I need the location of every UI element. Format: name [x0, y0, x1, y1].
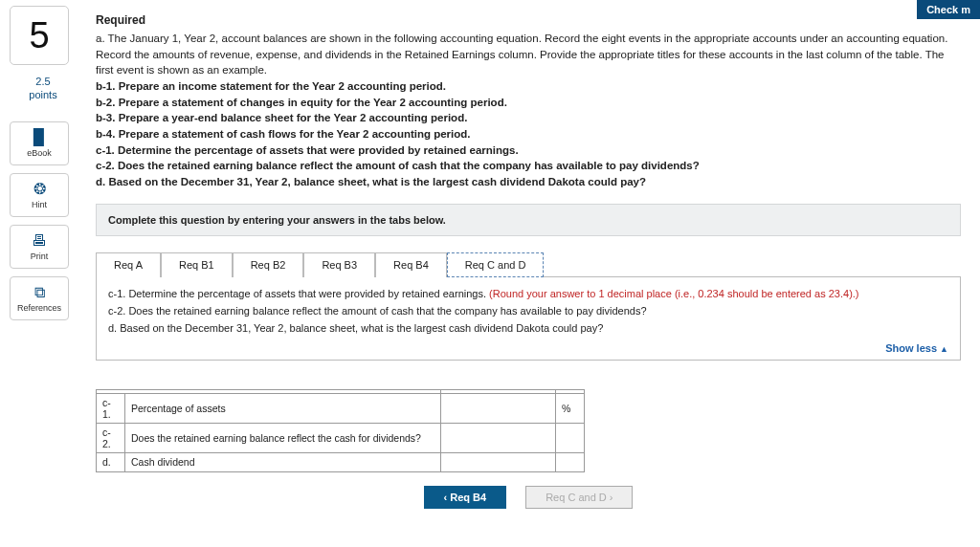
- row-unit: [556, 452, 585, 471]
- tabs-instruction: Complete this question by entering your …: [96, 204, 961, 236]
- row-label: Cash dividend: [125, 452, 441, 471]
- show-less-toggle[interactable]: Show less ▲: [108, 342, 948, 354]
- question-number: 5: [10, 6, 69, 65]
- row-key: d.: [97, 452, 125, 471]
- req-b3: b-3. Prepare a year-end balance sheet fo…: [96, 112, 467, 123]
- points-display: 2.5 points: [10, 75, 77, 102]
- table-row: c-1. Percentage of assets %: [97, 393, 585, 423]
- ebook-button[interactable]: ▉ eBook: [10, 121, 69, 165]
- prev-tab-button[interactable]: Req B4: [424, 486, 507, 509]
- points-value: 2.5: [10, 75, 77, 88]
- hint-button[interactable]: ❂ Hint: [10, 173, 69, 217]
- table-row: c-2. Does the retained earning balance r…: [97, 423, 585, 452]
- row-unit: %: [556, 393, 585, 423]
- tab-panel: c-1. Determine the percentage of assets …: [96, 276, 961, 361]
- ebook-icon: ▉: [33, 128, 45, 146]
- panel-c2: c-2. Does the retained earning balance r…: [108, 304, 948, 319]
- row-key: c-1.: [97, 393, 125, 423]
- tab-req-b3[interactable]: Req B3: [303, 252, 375, 277]
- tab-req-a[interactable]: Req A: [96, 252, 161, 277]
- answer-input-c1[interactable]: [441, 393, 556, 423]
- row-unit: [556, 423, 585, 452]
- tab-req-c-and-d[interactable]: Req C and D: [447, 252, 545, 277]
- chevron-up-icon: ▲: [940, 344, 948, 354]
- answer-table: c-1. Percentage of assets % c-2. Does th…: [96, 389, 585, 472]
- points-label: points: [10, 88, 77, 101]
- hint-icon: ❂: [33, 180, 46, 198]
- left-sidebar: 5 2.5 points ▉ eBook ❂ Hint 🖶 Print ⧉ Re…: [10, 6, 77, 328]
- print-button[interactable]: 🖶 Print: [10, 225, 69, 269]
- row-key: c-2.: [97, 423, 125, 452]
- print-label: Print: [31, 252, 49, 261]
- nav-buttons: Req B4 Req C and D: [96, 486, 961, 509]
- req-b2: b-2. Prepare a statement of changes in e…: [96, 97, 507, 108]
- req-a: a. The January 1, Year 2, account balanc…: [96, 33, 947, 76]
- hint-label: Hint: [32, 200, 47, 209]
- ebook-label: eBook: [27, 148, 52, 158]
- table-row: d. Cash dividend: [97, 452, 585, 471]
- next-tab-button: Req C and D: [525, 486, 633, 509]
- tab-req-b2[interactable]: Req B2: [233, 252, 304, 277]
- row-label: Does the retained earning balance reflec…: [125, 423, 441, 452]
- panel-c1: c-1. Determine the percentage of assets …: [108, 287, 948, 302]
- references-button[interactable]: ⧉ References: [10, 276, 69, 320]
- req-b4: b-4. Prepare a statement of cash flows f…: [96, 128, 471, 140]
- print-icon: 🖶: [32, 232, 47, 250]
- main-content: Required a. The January 1, Year 2, accou…: [96, 13, 961, 509]
- answer-input-d[interactable]: [441, 452, 556, 471]
- tab-req-b4[interactable]: Req B4: [375, 252, 447, 277]
- required-text: a. The January 1, Year 2, account balanc…: [96, 31, 961, 190]
- tabs-row: Req A Req B1 Req B2 Req B3 Req B4 Req C …: [96, 252, 961, 276]
- references-icon: ⧉: [34, 284, 45, 301]
- row-label: Percentage of assets: [125, 393, 441, 423]
- panel-d: d. Based on the December 31, Year 2, bal…: [108, 321, 948, 337]
- req-d: d. Based on the December 31, Year 2, bal…: [96, 176, 646, 187]
- tab-req-b1[interactable]: Req B1: [161, 252, 233, 277]
- references-label: References: [17, 303, 61, 313]
- req-c1: c-1. Determine the percentage of assets …: [96, 144, 519, 156]
- answer-input-c2[interactable]: [441, 423, 556, 452]
- req-c2: c-2. Does the retained earning balance r…: [96, 160, 700, 171]
- required-title: Required: [96, 13, 961, 27]
- req-b1: b-1. Prepare an income statement for the…: [96, 80, 446, 92]
